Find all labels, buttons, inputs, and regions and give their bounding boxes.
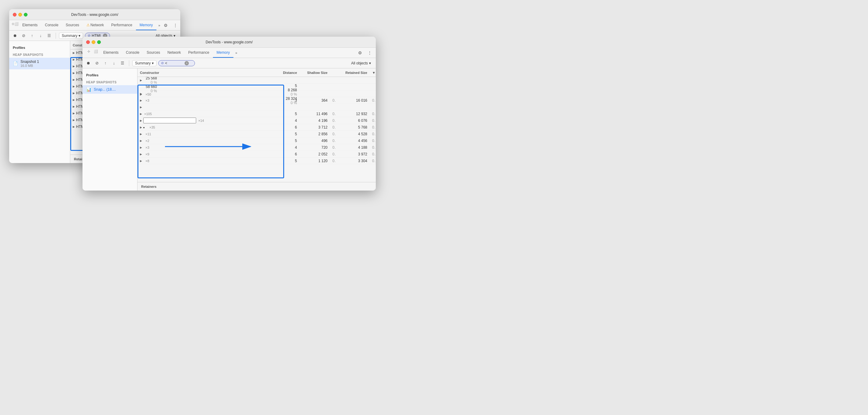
front-close-button[interactable] bbox=[86, 40, 90, 44]
expand-icon[interactable]: ▶ bbox=[140, 99, 142, 102]
upload-icon-front[interactable]: ↑ bbox=[102, 60, 109, 67]
table-row[interactable]: ▶ ×14 4 4 196 0 % 6 076 0 % bbox=[137, 117, 376, 124]
summary-icon-front[interactable]: ☰ bbox=[119, 60, 126, 67]
expand-icon[interactable]: ▶ bbox=[140, 126, 142, 129]
gear-icon-front[interactable]: ⚙ bbox=[356, 49, 364, 57]
more-tabs-front[interactable]: » bbox=[234, 47, 239, 58]
summary-dropdown-back[interactable]: Summary ▾ bbox=[59, 33, 83, 39]
minimize-button[interactable] bbox=[18, 13, 22, 17]
table-row[interactable]: ▶ ×35 6 3 712 0 % 5 768 0 % bbox=[137, 124, 376, 131]
close-button[interactable] bbox=[13, 13, 17, 17]
table-row[interactable]: ▶ </span> <span class="count-badge" data… bbox=[137, 104, 376, 110]
sep-front bbox=[129, 60, 129, 66]
table-row[interactable]: ▶ ×11 5 2 856 0 % 4 528 0 % bbox=[137, 131, 376, 137]
tab-memory-back[interactable]: Memory bbox=[136, 20, 156, 30]
download-icon-front[interactable]: ↓ bbox=[111, 60, 117, 67]
table-row[interactable]: ▶ ×9 6 2 052 0 % 3 972 0 % bbox=[137, 151, 376, 158]
summary-icon-back[interactable]: ☰ bbox=[46, 32, 53, 39]
expand-icon[interactable]: ▶ bbox=[73, 105, 75, 108]
select-tool-icon-front[interactable]: ⊹ bbox=[85, 47, 92, 55]
filter-input-front[interactable] bbox=[165, 61, 183, 65]
row-constructor: ▶ ×3 bbox=[137, 99, 275, 102]
record-icon-back[interactable]: ⏺ bbox=[11, 32, 18, 39]
stop-icon-back[interactable]: ⊘ bbox=[20, 32, 27, 39]
expand-icon[interactable]: ▶ bbox=[73, 119, 75, 122]
expand-icon[interactable]: ▶ bbox=[73, 78, 75, 81]
expand-icon[interactable]: ▶ bbox=[73, 65, 75, 68]
download-icon-back[interactable]: ↓ bbox=[37, 32, 44, 39]
record-icon-front[interactable]: ⏺ bbox=[85, 60, 92, 67]
retained-header-front[interactable]: Retained Size bbox=[336, 71, 370, 74]
expand-icon[interactable]: ▶ bbox=[140, 139, 142, 142]
device-toolbar-icon-front[interactable]: ⬜ bbox=[92, 47, 100, 55]
tab-console-back[interactable]: Console bbox=[41, 20, 62, 30]
expand-icon[interactable]: ▶ bbox=[140, 132, 142, 136]
row-constructor: ▶ ×3 bbox=[137, 146, 275, 149]
settings-area-back: ⚙ ⋮ bbox=[162, 20, 179, 30]
more-tabs-back[interactable]: » bbox=[156, 20, 162, 30]
expand-icon[interactable]: ▶ bbox=[140, 153, 142, 156]
shallow-header-front[interactable]: Shallow Size bbox=[300, 71, 330, 74]
expand-icon[interactable]: ▶ bbox=[73, 71, 75, 74]
expand-icon[interactable]: ▶ bbox=[140, 119, 142, 122]
stop-icon-front[interactable]: ⊘ bbox=[93, 60, 100, 67]
more-icon-back[interactable]: ⋮ bbox=[172, 22, 179, 29]
expand-icon[interactable]: ▶ bbox=[140, 159, 142, 162]
row-distance: 5 bbox=[275, 84, 300, 88]
expand-icon[interactable]: ▶ bbox=[73, 125, 75, 128]
back-sidebar: Profiles HEAP SNAPSHOTS 📄 Snapshot 1 16.… bbox=[9, 41, 70, 163]
distance-header-front[interactable]: Distance bbox=[275, 71, 300, 74]
expand-icon[interactable]: ▶ bbox=[73, 51, 75, 54]
table-row[interactable]: ▶ ×3 4 720 0 % 4 188 0 % bbox=[137, 144, 376, 151]
snapshot-item-front[interactable]: 📊 Snap... (18.... bbox=[83, 85, 137, 94]
expand-icon[interactable]: ▶ bbox=[73, 92, 75, 95]
expand-icon[interactable]: ▶ bbox=[73, 58, 75, 61]
tab-elements-front[interactable]: Elements bbox=[100, 47, 122, 58]
table-row[interactable]: ▶ ×3 3 364 0 % 16 016 0 % bbox=[137, 97, 376, 104]
snapshot-item-back[interactable]: 📄 Snapshot 1 16.0 MB bbox=[9, 58, 70, 69]
constructor-header-front[interactable]: Constructor bbox=[137, 71, 275, 74]
row-constructor: ▶ </span> <span class="count-badge" data… bbox=[137, 106, 275, 109]
tab-console-front[interactable]: Console bbox=[122, 47, 143, 58]
maximize-button[interactable] bbox=[24, 13, 28, 17]
upload-icon-back[interactable]: ↑ bbox=[29, 32, 35, 39]
gear-icon-back[interactable]: ⚙ bbox=[162, 22, 169, 29]
back-section-label: HEAP SNAPSHOTS bbox=[9, 52, 70, 58]
front-filter-bar: ⏺ ⊘ ↑ ↓ ☰ Summary ▾ ⊘ × All objects ▾ bbox=[83, 58, 376, 68]
expand-icon[interactable]: ▶ bbox=[140, 113, 142, 116]
device-toolbar-icon[interactable]: ⬜ bbox=[14, 20, 19, 28]
clear-filter-front[interactable]: × bbox=[185, 61, 189, 65]
front-maximize-button[interactable] bbox=[97, 40, 101, 44]
table-row[interactable]: ▶ ×8 5 1 120 0 % 3 304 0 % bbox=[137, 158, 376, 164]
expand-icon[interactable]: ▶ bbox=[140, 92, 142, 95]
expand-icon[interactable]: ▶ bbox=[140, 79, 142, 82]
tab-network-front[interactable]: Network bbox=[164, 47, 185, 58]
expand-icon[interactable]: ▶ bbox=[140, 146, 142, 149]
tab-sources-front[interactable]: Sources bbox=[143, 47, 164, 58]
summary-dropdown-front[interactable]: Summary ▾ bbox=[132, 60, 156, 66]
tab-network-back[interactable]: ⚠ Network bbox=[83, 20, 107, 30]
row-constructor: ▶ ×35 bbox=[137, 125, 275, 129]
table-row[interactable]: ▶ ×215 4 25 568 0 % 58 660 0 % bbox=[137, 77, 376, 84]
filter-input-container-front[interactable]: ⊘ × bbox=[158, 60, 195, 66]
tab-performance-front[interactable]: Performance bbox=[185, 47, 213, 58]
more-icon-front[interactable]: ⋮ bbox=[366, 49, 373, 57]
table-row[interactable]: ▶ ×2 5 496 0 % 4 456 0 % bbox=[137, 137, 376, 144]
select-tool-icon[interactable]: ⊹ bbox=[11, 20, 14, 28]
retained-pct-header: ▼ bbox=[370, 71, 376, 74]
expand-icon[interactable]: ▶ bbox=[140, 106, 142, 109]
tab-elements-back[interactable]: Elements bbox=[19, 20, 41, 30]
expand-icon[interactable]: ▶ bbox=[73, 85, 75, 88]
table-row[interactable]: ▶ ×105 5 11 496 0 % 12 932 0 % bbox=[137, 110, 376, 117]
allobjects-dropdown-front[interactable]: All objects ▾ bbox=[349, 60, 373, 66]
front-section-label: Heap snapshots bbox=[83, 79, 137, 85]
expand-icon[interactable]: ▶ bbox=[73, 98, 75, 101]
row-retained-pct: 0 % bbox=[370, 98, 376, 103]
expand-icon[interactable]: ▶ bbox=[73, 112, 75, 115]
row-distance: 5 bbox=[275, 112, 300, 116]
tab-memory-front[interactable]: Memory bbox=[213, 47, 234, 58]
tab-performance-back[interactable]: Performance bbox=[107, 20, 136, 30]
tab-sources-back[interactable]: Sources bbox=[62, 20, 83, 30]
front-titlebar: DevTools - www.google.com/ bbox=[83, 37, 376, 47]
front-minimize-button[interactable] bbox=[92, 40, 95, 44]
